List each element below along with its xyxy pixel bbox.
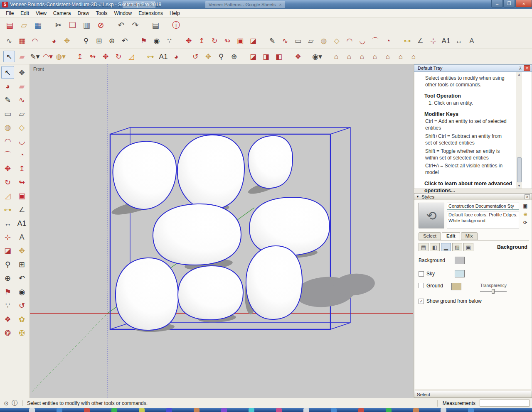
palette-rotated-rectangle-button[interactable]: ▱ — [15, 107, 28, 120]
palette-protractor-button[interactable]: ∠ — [15, 203, 28, 216]
rectangle-button[interactable]: ▭ — [292, 35, 304, 47]
palette-rotate-button[interactable]: ↻ — [1, 176, 14, 189]
tray-close-icon[interactable]: × — [524, 65, 530, 71]
pebble-shape-2[interactable] — [177, 135, 244, 210]
show-ground-checkbox[interactable]: ✓ — [419, 299, 424, 304]
measurements-input[interactable] — [480, 400, 530, 407]
pebble-shape-4[interactable] — [249, 197, 330, 255]
palette-rectangle-button[interactable]: ▭ — [1, 107, 14, 120]
push-pull-button[interactable]: ↥ — [196, 35, 207, 47]
box-edge-bottom-right[interactable] — [330, 323, 350, 329]
follow-me-tool-button[interactable]: ↬ — [87, 51, 99, 62]
palette-extension-solid-button[interactable]: ❖ — [1, 313, 14, 326]
palette-tape-measure-button[interactable]: ⊶ — [1, 203, 14, 216]
edit-faces-button[interactable]: ◧ — [430, 243, 440, 251]
save-button[interactable]: ▦ — [32, 19, 44, 32]
print-button[interactable]: ▤ — [149, 19, 162, 32]
eraser-tool-button[interactable]: ▰ — [16, 51, 28, 62]
scroll-thumb[interactable] — [517, 157, 522, 182]
instructor-scrollbar[interactable]: ▲ ▼ — [516, 72, 522, 189]
palette-orbit-button[interactable]: ↺ — [15, 299, 28, 312]
move-tool-button[interactable]: ✥ — [100, 51, 111, 62]
zoom-previous-button[interactable]: ↶ — [119, 35, 131, 47]
cut-button[interactable]: ✂ — [52, 19, 65, 32]
view-bottom-button[interactable]: ⌂ — [408, 51, 419, 62]
styles-close-icon[interactable]: × — [525, 194, 530, 199]
palette-paint-bucket-button[interactable]: ◕ — [1, 80, 14, 93]
palette-follow-me-button[interactable]: ↬ — [15, 176, 28, 189]
palette-two-point-arc-button[interactable]: ◡ — [15, 135, 28, 147]
palette-push-pull-button[interactable]: ↥ — [15, 162, 28, 175]
pebble-shape-5[interactable] — [153, 204, 241, 265]
pebble-shape-8[interactable] — [246, 246, 302, 319]
sky-checkbox[interactable] — [419, 271, 424, 277]
taskbar-item[interactable] — [139, 408, 145, 412]
menu-edit[interactable]: Edit — [17, 10, 32, 17]
axes-button[interactable]: ⊹ — [427, 35, 439, 47]
tab-mix[interactable]: Mix — [461, 232, 478, 240]
palette-walk-button[interactable]: ∵ — [1, 299, 14, 312]
arc-menu-button[interactable]: ◠▾ — [42, 51, 54, 62]
model-info-button[interactable]: ⓘ — [170, 19, 182, 32]
freehand-button[interactable]: ∿ — [279, 35, 291, 47]
minimize-button[interactable]: – — [491, 0, 503, 7]
palette-scale-button[interactable]: ◿ — [1, 189, 14, 202]
circle-button[interactable]: ◍ — [318, 35, 330, 47]
palette-polygon-button[interactable]: ◇ — [15, 121, 28, 134]
move-button[interactable]: ✥ — [183, 35, 195, 47]
taskbar-item[interactable] — [166, 408, 172, 412]
taskbar-item[interactable] — [468, 408, 474, 412]
palette-zoom-button[interactable]: ⚲ — [1, 258, 14, 271]
palette-three-point-arc-button[interactable]: ⌒ — [1, 148, 14, 161]
line-button[interactable]: ✎ — [266, 35, 278, 47]
taskbar-item[interactable] — [303, 408, 309, 412]
ground-checkbox[interactable] — [419, 283, 424, 288]
palette-select-button[interactable]: ↖ — [1, 66, 14, 79]
styles-panel-header[interactable]: ▼ Styles × — [414, 193, 532, 200]
palette-extension-round-button[interactable]: ❂ — [1, 326, 14, 339]
model-viewport[interactable]: Front — [30, 64, 414, 398]
freehand-curve-button[interactable]: ∿ — [3, 35, 15, 47]
pan-hand-button[interactable]: ✥ — [61, 35, 73, 47]
rotate-tool-button[interactable]: ↻ — [113, 51, 124, 62]
arc-button[interactable]: ◠ — [344, 35, 355, 47]
tab-edit[interactable]: Edit — [442, 232, 460, 240]
palette-pan-button[interactable]: ✥ — [15, 244, 28, 257]
polygon-button[interactable]: ◇ — [331, 35, 342, 47]
zoom-extents-button[interactable]: ⊕ — [106, 35, 118, 47]
collapse-arrow-icon[interactable]: ▼ — [416, 195, 419, 199]
pin-icon[interactable]: ⊼ — [517, 65, 524, 71]
menu-draw[interactable]: Draw — [74, 10, 93, 17]
palette-3d-text-button[interactable]: A — [15, 231, 28, 243]
edit-modeling-button[interactable]: ▣ — [463, 243, 473, 251]
background-color-swatch[interactable] — [455, 257, 465, 264]
palette-freehand-button[interactable]: ∿ — [15, 93, 28, 106]
face-camera-menu-button[interactable]: ◉▾ — [311, 51, 323, 62]
rotate-button[interactable]: ↻ — [209, 35, 220, 47]
menu-help[interactable]: Help — [166, 10, 183, 17]
pie-button[interactable]: ◔ — [382, 35, 394, 47]
taskbar-item[interactable] — [194, 408, 200, 412]
circle-menu-button[interactable]: ◍▾ — [55, 51, 66, 62]
select-tool-button[interactable]: ↖ — [3, 51, 15, 62]
taskbar-item[interactable] — [441, 408, 446, 412]
text-tool-button[interactable]: A1 — [158, 51, 169, 62]
zoom-window-button[interactable]: ⊞ — [93, 35, 105, 47]
menu-window[interactable]: Window — [111, 10, 135, 17]
walk-button[interactable]: ∵ — [164, 35, 175, 47]
zoom-extents-tool-button[interactable]: ⊕ — [228, 51, 240, 62]
transparency-slider-thumb[interactable] — [492, 289, 495, 294]
view-top-button[interactable]: ⌂ — [343, 51, 355, 62]
green-axis-negative-line[interactable] — [32, 314, 107, 392]
box-edge-top-left[interactable] — [110, 128, 130, 134]
palette-text-button[interactable]: A1 — [15, 217, 28, 230]
palette-look-around-button[interactable]: ◉ — [15, 285, 28, 298]
palette-line-button[interactable]: ✎ — [1, 93, 14, 106]
follow-me-button[interactable]: ↬ — [222, 35, 233, 47]
copy-button[interactable]: ❏ — [66, 19, 79, 32]
send-to-layout-button[interactable]: ❖ — [292, 51, 304, 62]
orbit-tool-button[interactable]: ↺ — [190, 51, 201, 62]
pebble-shape-3[interactable] — [248, 136, 293, 188]
rotated-rectangle-button[interactable]: ▱ — [305, 35, 317, 47]
palette-dimensions-button[interactable]: ↔ — [1, 217, 14, 230]
